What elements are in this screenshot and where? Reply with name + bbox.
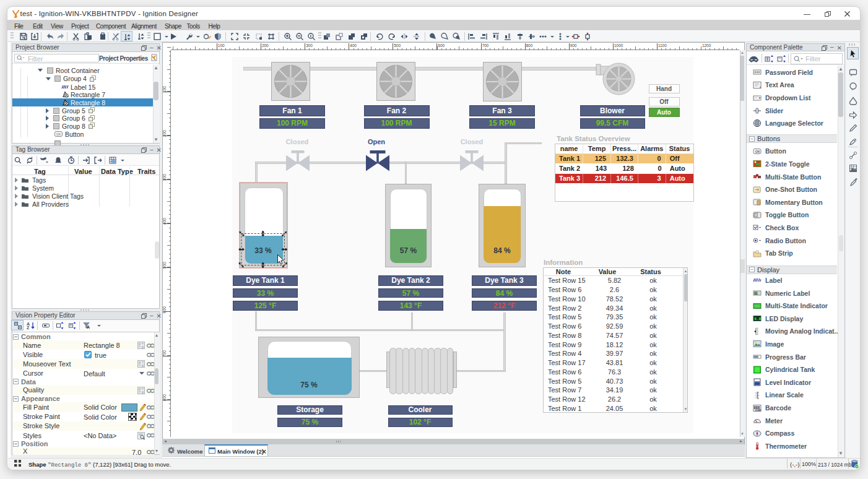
svg-text:88: 88 <box>755 291 758 295</box>
svg-text:Z: Z <box>27 326 30 330</box>
svg-text:8.8: 8.8 <box>754 317 761 321</box>
svg-text:12345: 12345 <box>755 409 761 412</box>
svg-text:A: A <box>87 325 90 329</box>
svg-text:OK: OK <box>755 150 760 153</box>
svg-text:OK: OK <box>56 132 61 136</box>
